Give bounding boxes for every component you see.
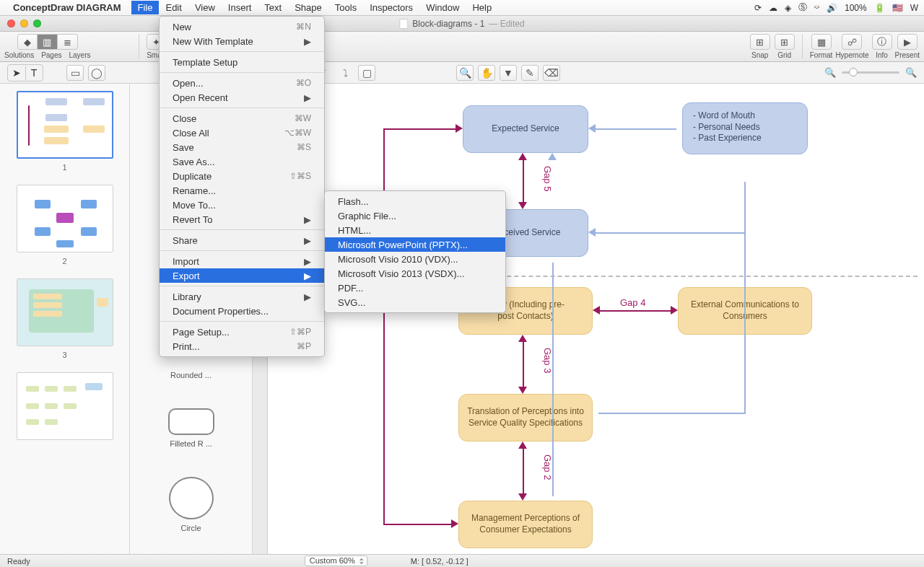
close-window-button[interactable] (7, 19, 15, 27)
pages-panel: 1 2 (0, 84, 130, 554)
pages-button[interactable]: ▥ (38, 34, 58, 50)
export-menu-item[interactable]: SVG... (325, 295, 505, 309)
file-menu-item[interactable]: Rename... (160, 183, 324, 198)
canvas-area[interactable]: Expected Service Perceived Service - Wor… (253, 84, 924, 554)
file-menu-item[interactable]: Close⌘W (160, 111, 324, 126)
pages-label: Pages (41, 51, 61, 59)
file-menu-dropdown: New⌘NNew With Template▶Template SetupOpe… (159, 16, 325, 357)
wifi-icon: ⌔ (814, 3, 819, 13)
file-menu-item[interactable]: Library▶ (160, 289, 324, 304)
text-tool[interactable]: T (25, 65, 43, 81)
export-menu-item[interactable]: Graphic File... (325, 208, 505, 223)
export-menu-item[interactable]: Flash... (325, 194, 505, 208)
export-menu-item[interactable]: Microsoft PowerPoint (PPTX)... (325, 237, 505, 252)
dropbox-icon: ◈ (785, 3, 791, 13)
zoom-out-icon[interactable]: 🔍 (824, 67, 836, 78)
file-menu-item[interactable]: Template Setup (160, 55, 324, 69)
menu-file[interactable]: File (131, 1, 160, 14)
node-management[interactable]: Management Perceptions of Consumer Expec… (458, 501, 593, 548)
stamp-tool[interactable]: ▼ (500, 65, 517, 81)
menu-insert[interactable]: Insert (222, 1, 258, 14)
menu-text[interactable]: Text (258, 1, 288, 14)
file-menu-item[interactable]: Duplicate⇧⌘S (160, 169, 324, 183)
connector-tool-3[interactable]: ⤵ (336, 65, 354, 81)
node-word-of-mouth[interactable]: - Word of Mouth - Personal Needs - Past … (682, 102, 808, 154)
file-menu-item[interactable]: Save As... (160, 154, 324, 169)
page-thumbnail-3[interactable] (17, 278, 113, 346)
status-ready: Ready (7, 557, 30, 566)
present-button[interactable]: ▶ (897, 34, 918, 50)
snap-button[interactable]: ⊞ (750, 34, 770, 50)
zoom-in-icon[interactable]: 🔍 (905, 67, 917, 78)
file-menu-item[interactable]: Open Recent▶ (160, 90, 324, 105)
ellipse-shape-tool[interactable]: ◯ (88, 65, 105, 81)
cloud-icon: ☁ (769, 3, 777, 13)
note-tool[interactable]: ▢ (358, 65, 375, 81)
eyedropper-tool[interactable]: ✎ (521, 65, 539, 81)
menu-inspectors[interactable]: Inspectors (363, 1, 419, 14)
file-menu-item[interactable]: New With Template▶ (160, 34, 324, 48)
shape-preview-rounded[interactable] (168, 408, 214, 434)
zoom-window-button[interactable] (33, 19, 41, 27)
zoom-tool[interactable]: 🔍 (456, 65, 474, 81)
pointer-tool[interactable]: ➤ (8, 65, 25, 81)
file-menu-item[interactable]: Document Properties... (160, 304, 324, 318)
layers-label: Layers (69, 51, 91, 59)
solutions-label: Solutions (4, 51, 34, 59)
hand-tool[interactable]: ✋ (478, 65, 495, 81)
node-translation[interactable]: Translation of Perceptions into Service … (458, 394, 593, 441)
flag-icon: 🇺🇸 (892, 3, 903, 13)
file-menu-item[interactable]: Share▶ (160, 233, 324, 247)
format-button[interactable]: ▦ (811, 34, 832, 50)
status-mouse: M: [ 0.52, -0.12 ] (411, 557, 468, 566)
export-menu-item[interactable]: Microsoft Visio 2010 (VDX)... (325, 252, 505, 266)
grid-button[interactable]: ⊞ (775, 34, 795, 50)
hypernote-button[interactable]: ☍ (842, 34, 862, 50)
page-number-2: 2 (62, 257, 66, 265)
menu-help[interactable]: Help (466, 1, 498, 14)
file-menu-item[interactable]: New⌘N (160, 19, 324, 34)
file-menu-item[interactable]: Open...⌘O (160, 76, 324, 90)
file-menu-item[interactable]: Print...⌘P (160, 339, 324, 353)
app-name[interactable]: ConceptDraw DIAGRAM (13, 2, 121, 13)
battery-percent: 100% (845, 3, 867, 13)
minimize-window-button[interactable] (20, 19, 28, 27)
rect-shape-tool[interactable]: ▭ (66, 65, 84, 81)
menu-shape[interactable]: Shape (288, 1, 328, 14)
document-title[interactable]: Block-diagrams - 1 (412, 19, 484, 29)
file-menu-item[interactable]: Export▶ (160, 268, 324, 283)
export-menu-item[interactable]: PDF... (325, 281, 505, 295)
export-menu-item[interactable]: Microsoft Visio 2013 (VSDX)... (325, 266, 505, 281)
zoom-slider[interactable]: 🔍 🔍 (824, 67, 917, 78)
file-menu-item[interactable]: Page Setup...⇧⌘P (160, 325, 324, 339)
node-expected-service[interactable]: Expected Service (463, 105, 588, 153)
file-menu-item[interactable]: Close All⌥⌘W (160, 126, 324, 140)
document-icon (399, 19, 408, 29)
file-menu-item[interactable]: Import▶ (160, 254, 324, 268)
menu-view[interactable]: View (188, 1, 222, 14)
file-menu-item[interactable]: Move To... (160, 198, 324, 212)
status-bar: Ready Custom 60% M: [ 0.52, -0.12 ] (0, 554, 924, 567)
zoom-select[interactable]: Custom 60% (305, 555, 367, 566)
gap5-label: Gap 5 (542, 166, 553, 191)
layers-button[interactable]: ≣ (58, 34, 78, 50)
menu-window[interactable]: Window (419, 1, 466, 14)
eraser-tool[interactable]: ⌫ (543, 65, 560, 81)
volume-icon: 🔊 (827, 3, 837, 13)
file-menu-item[interactable]: Save⌘S (160, 140, 324, 154)
page-thumbnail-4[interactable] (17, 372, 113, 440)
menu-tools[interactable]: Tools (328, 1, 363, 14)
shape-label-rounded: Rounded ... (170, 371, 212, 379)
gap4-label: Gap 4 (620, 297, 645, 308)
page-thumbnail-2[interactable] (17, 185, 113, 252)
info-button[interactable]: ⓘ (872, 34, 892, 50)
export-submenu: Flash...Graphic File...HTML...Microsoft … (324, 190, 506, 313)
file-menu-item[interactable]: Revert To▶ (160, 212, 324, 227)
shape-preview-circle[interactable] (169, 477, 214, 519)
extra-indicator: W (910, 3, 918, 13)
solutions-button[interactable]: ◆ (17, 34, 38, 50)
menu-edit[interactable]: Edit (159, 1, 188, 14)
shape-label-circle: Circle (180, 524, 201, 532)
page-thumbnail-1[interactable] (17, 91, 113, 159)
export-menu-item[interactable]: HTML... (325, 223, 505, 237)
